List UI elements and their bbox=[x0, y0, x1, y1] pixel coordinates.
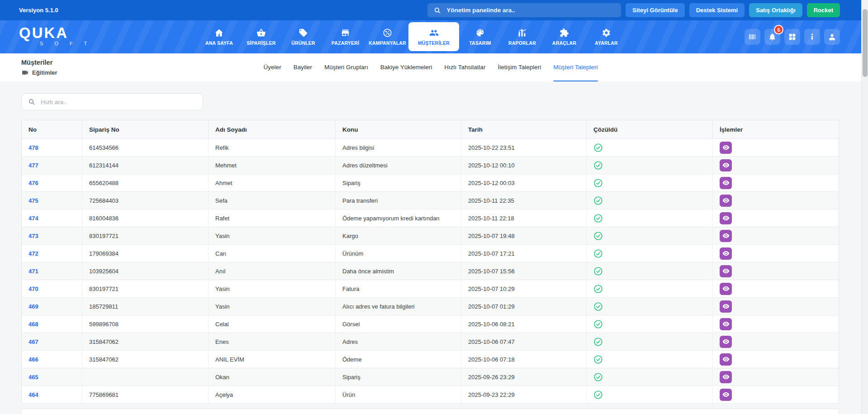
order-no-cell: 315847062 bbox=[82, 333, 209, 351]
barcode-button[interactable] bbox=[745, 29, 760, 45]
tab-müşteri-grupları[interactable]: Müşteri Grupları bbox=[324, 53, 368, 81]
subject-cell: Ürün bbox=[336, 386, 461, 404]
view-request-button[interactable] bbox=[720, 283, 732, 295]
topbar-button[interactable]: Siteyi Görüntüle bbox=[626, 3, 684, 17]
nav-item-musteriler[interactable]: MÜŞTERİLER bbox=[408, 22, 459, 51]
subject-cell: Sipariş bbox=[336, 368, 461, 386]
tab-üyeler[interactable]: Üyeler bbox=[264, 53, 281, 81]
version-label: Versiyon 5.1.0 bbox=[19, 7, 58, 14]
nav-item-label: PAZARYERİ bbox=[332, 40, 359, 46]
nav-item-label: SİPARİŞLER bbox=[247, 40, 275, 46]
order-no-cell: 179069384 bbox=[82, 245, 209, 262]
eye-icon bbox=[722, 267, 730, 275]
request-id-link[interactable]: 473 bbox=[28, 233, 38, 239]
view-request-button[interactable] bbox=[720, 318, 732, 330]
table-row: 464775869681AçelyaÜrün2025-09-23 22:29 bbox=[22, 386, 839, 404]
request-id-link[interactable]: 466 bbox=[28, 356, 38, 363]
topbar-button[interactable]: Satış Ortaklığı bbox=[749, 3, 802, 17]
quick-search-input[interactable] bbox=[41, 99, 196, 105]
scrollbar-thumb[interactable] bbox=[863, 9, 868, 77]
tab-müşteri-talepleri[interactable]: Müşteri Talepleri bbox=[553, 53, 598, 81]
actions-cell bbox=[713, 298, 839, 315]
view-request-button[interactable] bbox=[720, 212, 732, 224]
tab-bar: ÜyelerBayilerMüşteri GruplarıBakiye Yükl… bbox=[264, 53, 598, 81]
nav-item-raporlar[interactable]: RAPORLAR bbox=[501, 22, 543, 51]
vertical-scrollbar[interactable] bbox=[861, 0, 868, 414]
request-id-link[interactable]: 477 bbox=[28, 162, 38, 169]
resolved-cell bbox=[587, 298, 713, 315]
nav-item-pazaryeri[interactable]: PAZARYERİ bbox=[324, 22, 366, 51]
view-request-button[interactable] bbox=[720, 159, 732, 171]
view-request-button[interactable] bbox=[720, 142, 732, 154]
actions-cell bbox=[713, 192, 839, 209]
name-cell: Yasin bbox=[209, 280, 336, 298]
view-request-button[interactable] bbox=[720, 336, 732, 348]
view-request-button[interactable] bbox=[720, 247, 732, 260]
request-id-link[interactable]: 471 bbox=[28, 268, 38, 275]
tab-hızlı-tahsilatlar[interactable]: Hızlı Tahsilatlar bbox=[444, 53, 485, 81]
request-id-link[interactable]: 478 bbox=[28, 144, 38, 151]
search-icon bbox=[434, 7, 441, 14]
tab-bakiye-yüklemeleri[interactable]: Bakiye Yüklemeleri bbox=[380, 53, 432, 81]
admin-search[interactable] bbox=[427, 3, 621, 17]
nav-item-urunler[interactable]: ÜRÜNLER bbox=[282, 22, 324, 51]
order-no-cell: 103925604 bbox=[82, 262, 209, 280]
order-no-cell: 614534566 bbox=[82, 139, 209, 157]
eye-icon bbox=[722, 356, 730, 363]
order-no-cell: 830197721 bbox=[82, 280, 209, 298]
actions-cell bbox=[713, 280, 839, 298]
table-row: 465OkanSipariş2025-09-26 23:29 bbox=[22, 368, 839, 386]
admin-search-input[interactable] bbox=[446, 7, 615, 14]
topbar-button[interactable]: Rocket bbox=[807, 3, 840, 17]
view-request-button[interactable] bbox=[720, 265, 732, 277]
top-bar: Versiyon 5.1.0 Siteyi GörüntüleDestek Si… bbox=[0, 0, 868, 20]
order-no-cell: 612314144 bbox=[82, 157, 209, 174]
nav-item-kampanyalar[interactable]: KAMPANYALAR bbox=[366, 22, 408, 51]
view-request-button[interactable] bbox=[720, 195, 732, 207]
date-cell: 2025-10-22 23:51 bbox=[461, 139, 587, 157]
barcode-icon bbox=[748, 33, 757, 41]
trainings-link[interactable]: Eğitimler bbox=[21, 69, 57, 76]
request-id-link[interactable]: 469 bbox=[28, 303, 38, 310]
date-cell: 2025-10-06 07:18 bbox=[461, 351, 587, 368]
table-row: 467315847062EnesAdres2025-10-06 07:47 bbox=[22, 333, 839, 351]
request-id-link[interactable]: 467 bbox=[28, 338, 38, 345]
notifications-button[interactable]: 5 bbox=[764, 29, 780, 45]
nav-item-ayarlar[interactable]: AYARLAR bbox=[585, 22, 627, 51]
view-request-button[interactable] bbox=[720, 230, 732, 242]
request-id-link[interactable]: 475 bbox=[28, 197, 38, 204]
table-row: 469185729811YasinAlıcı adres ve fatura b… bbox=[22, 298, 839, 315]
view-request-button[interactable] bbox=[720, 300, 732, 313]
resolved-cell bbox=[587, 157, 713, 174]
request-id-link[interactable]: 465 bbox=[28, 374, 38, 381]
view-request-button[interactable] bbox=[720, 177, 732, 189]
request-id-link[interactable]: 472 bbox=[28, 250, 38, 257]
request-id-link[interactable]: 476 bbox=[28, 180, 38, 186]
eye-icon bbox=[722, 197, 730, 204]
nav-item-label: ANA SAYFA bbox=[205, 40, 233, 46]
nav-item-siparisler[interactable]: SİPARİŞLER bbox=[240, 22, 282, 51]
request-id-link[interactable]: 470 bbox=[28, 286, 38, 292]
topbar-button[interactable]: Destek Sistemi bbox=[689, 3, 745, 17]
quick-search[interactable] bbox=[21, 93, 203, 110]
request-id-link[interactable]: 468 bbox=[28, 321, 38, 328]
nav-item-tasarim[interactable]: TASARIM bbox=[459, 22, 501, 51]
date-cell: 2025-09-26 23:29 bbox=[461, 368, 587, 386]
account-button[interactable] bbox=[824, 29, 840, 45]
info-button[interactable] bbox=[804, 29, 820, 45]
nav-item-araclar[interactable]: ARAÇLAR bbox=[543, 22, 585, 51]
request-id-link[interactable]: 474 bbox=[28, 215, 38, 222]
order-no-cell: 725684403 bbox=[82, 192, 209, 209]
brand-logo[interactable]: QUKA S O F T bbox=[19, 25, 92, 46]
tab-i̇letişim-talepleri[interactable]: İletişim Talepleri bbox=[498, 53, 541, 81]
view-request-button[interactable] bbox=[720, 353, 732, 366]
tab-bayiler[interactable]: Bayiler bbox=[294, 53, 312, 81]
nav-item-ana-sayfa[interactable]: ANA SAYFA bbox=[198, 22, 240, 51]
eye-icon bbox=[722, 303, 730, 310]
request-id-link[interactable]: 464 bbox=[28, 391, 38, 398]
view-request-button[interactable] bbox=[720, 389, 732, 401]
resolved-cell bbox=[587, 351, 713, 368]
view-request-button[interactable] bbox=[720, 371, 732, 383]
apps-button[interactable] bbox=[784, 29, 800, 45]
resolved-cell bbox=[587, 315, 713, 333]
